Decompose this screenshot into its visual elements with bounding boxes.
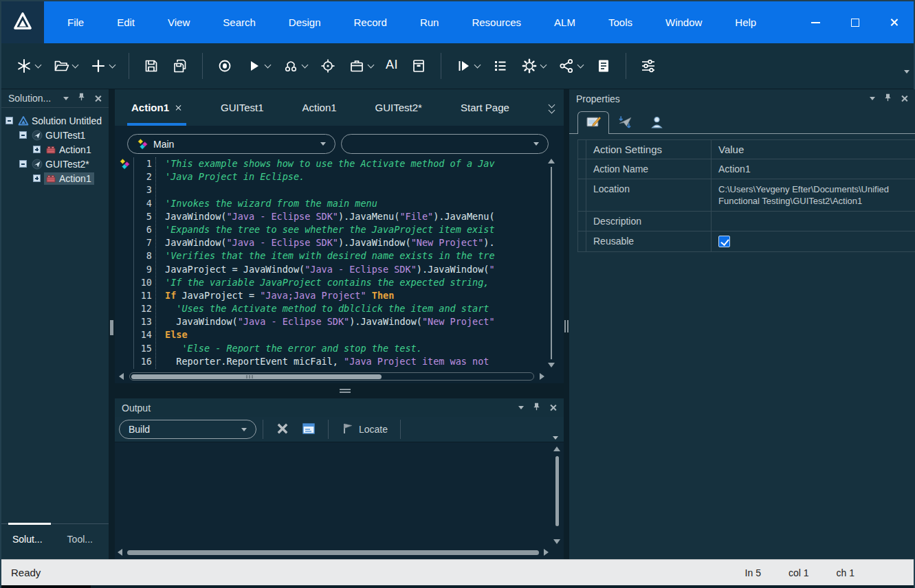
menu-item-design[interactable]: Design <box>272 1 338 43</box>
sidebar-tab-solut[interactable]: Solut... <box>12 534 43 545</box>
save-button[interactable] <box>137 50 166 82</box>
close-panel-button[interactable] <box>901 95 908 102</box>
menu-item-alm[interactable]: ALM <box>538 1 592 43</box>
menu-item-help[interactable]: Help <box>718 1 773 43</box>
scroll-right-arrow[interactable] <box>540 373 544 380</box>
chevron-down-icon <box>577 61 584 68</box>
scroll-left-arrow[interactable] <box>119 373 124 380</box>
panel-menu-button[interactable] <box>870 97 875 100</box>
code-area[interactable]: 12345678910111213141516 'This example sh… <box>118 157 542 369</box>
tree-item-action1[interactable]: Action1 <box>1 142 109 157</box>
step-run-button[interactable] <box>449 50 486 82</box>
tree-item-action1[interactable]: Action1 <box>1 171 109 185</box>
menu-item-tools[interactable]: Tools <box>592 1 649 43</box>
collapse-toggle[interactable] <box>5 117 13 124</box>
sidebar-tab-tool[interactable]: Tool... <box>67 534 93 545</box>
document-tab-action1[interactable]: Action1 <box>115 89 199 126</box>
reusable-checkbox[interactable] <box>718 236 730 247</box>
tree-item-solution-untitled[interactable]: Solution Untitled <box>1 113 109 128</box>
run-parallel-button[interactable] <box>276 50 313 82</box>
object-spy-button[interactable] <box>313 50 342 82</box>
panel-menu-button[interactable] <box>518 406 524 409</box>
tab-action-properties[interactable] <box>577 111 609 134</box>
scrollbar-thumb[interactable] <box>127 550 539 555</box>
new-button[interactable] <box>10 50 47 82</box>
toolbox-button[interactable] <box>342 50 379 82</box>
tab-overflow-button[interactable] <box>549 102 554 113</box>
document-tab-guitest2-[interactable]: GUITest2* <box>359 89 439 126</box>
open-button[interactable] <box>47 50 84 82</box>
output-overflow-button[interactable] <box>553 436 558 440</box>
output-horizontal-scrollbar[interactable] <box>118 547 549 557</box>
clear-output-button[interactable] <box>269 419 296 440</box>
scroll-left-arrow[interactable] <box>118 549 122 556</box>
property-value[interactable]: C:\Users\Yevgeny Efter\Documents\Unified… <box>712 179 915 211</box>
save-all-button[interactable] <box>166 50 195 82</box>
locate-button[interactable]: Locate <box>335 419 394 440</box>
close-button[interactable] <box>874 1 914 43</box>
editor-horizontal-scrollbar[interactable] <box>119 372 544 381</box>
minimize-button[interactable] <box>796 1 835 43</box>
menu-item-window[interactable]: Window <box>649 1 718 43</box>
options-button[interactable] <box>634 50 663 82</box>
pin-icon[interactable] <box>77 92 86 104</box>
menu-item-edit[interactable]: Edit <box>100 1 151 43</box>
toolbar-overflow-button[interactable] <box>904 74 910 86</box>
tree-item-guitest2-[interactable]: GUITest2* <box>1 157 109 171</box>
expand-toggle[interactable] <box>33 174 41 182</box>
object-repository-button[interactable] <box>404 50 433 82</box>
scrollbar-thumb[interactable] <box>555 456 559 526</box>
scroll-right-arrow[interactable] <box>544 549 549 556</box>
share-button[interactable] <box>552 50 589 82</box>
collapse-toggle[interactable] <box>19 160 27 168</box>
scroll-down-arrow[interactable] <box>548 363 555 368</box>
collapse-toggle[interactable] <box>19 131 27 139</box>
menu-item-resources[interactable]: Resources <box>455 1 538 43</box>
sidebar-splitter[interactable] <box>109 89 114 559</box>
add-button[interactable] <box>84 50 121 82</box>
menu-item-run[interactable]: Run <box>404 1 456 43</box>
output-content[interactable] <box>115 442 564 559</box>
tree-item-guitest1[interactable]: GUITest1 <box>1 128 109 142</box>
maximize-button[interactable] <box>835 1 874 43</box>
close-tab-icon[interactable] <box>175 104 182 111</box>
report-button[interactable] <box>589 50 618 82</box>
property-value[interactable] <box>712 231 915 251</box>
scroll-up-arrow[interactable] <box>548 159 555 163</box>
scrollbar-thumb[interactable] <box>131 374 382 379</box>
editor-vertical-scrollbar[interactable] <box>547 159 555 368</box>
settings-button[interactable] <box>515 50 552 82</box>
document-tab-start-page[interactable]: Start Page <box>444 89 526 126</box>
panel-menu-button[interactable] <box>63 97 69 100</box>
document-tab-action1[interactable]: Action1 <box>286 89 353 126</box>
editor-output-splitter[interactable] <box>115 383 564 398</box>
record-button[interactable] <box>210 50 239 82</box>
output-vertical-scrollbar[interactable] <box>553 446 561 544</box>
pin-icon[interactable] <box>532 402 541 414</box>
pin-icon[interactable] <box>883 93 892 105</box>
output-window-button[interactable] <box>296 419 322 440</box>
ai-button[interactable]: AI <box>379 50 404 82</box>
tab-parameters[interactable] <box>609 113 641 133</box>
menu-item-record[interactable]: Record <box>338 1 404 43</box>
menu-item-search[interactable]: Search <box>206 1 272 43</box>
close-panel-button[interactable] <box>94 95 102 102</box>
run-button[interactable] <box>239 50 276 82</box>
task-list-button[interactable] <box>486 50 515 82</box>
close-panel-button[interactable] <box>549 404 557 411</box>
member-dropdown[interactable] <box>341 134 549 154</box>
code-editor[interactable]: Main 12345678910111213141516 'This examp… <box>115 126 564 383</box>
scroll-down-arrow[interactable] <box>553 539 560 544</box>
output-mode-dropdown[interactable]: Build <box>119 420 256 439</box>
property-value[interactable] <box>712 212 915 231</box>
property-value[interactable]: Action1 <box>712 159 915 179</box>
menu-item-file[interactable]: File <box>51 1 100 43</box>
tab-used-by[interactable] <box>641 113 672 133</box>
scroll-up-arrow[interactable] <box>553 446 560 451</box>
unit-dropdown[interactable]: Main <box>127 134 335 154</box>
properties-splitter[interactable] <box>564 89 569 559</box>
expand-toggle[interactable] <box>33 146 41 153</box>
document-tab-guitest1[interactable]: GUITest1 <box>204 89 280 126</box>
menu-item-view[interactable]: View <box>151 1 206 43</box>
breakpoint-gutter[interactable] <box>118 157 134 369</box>
